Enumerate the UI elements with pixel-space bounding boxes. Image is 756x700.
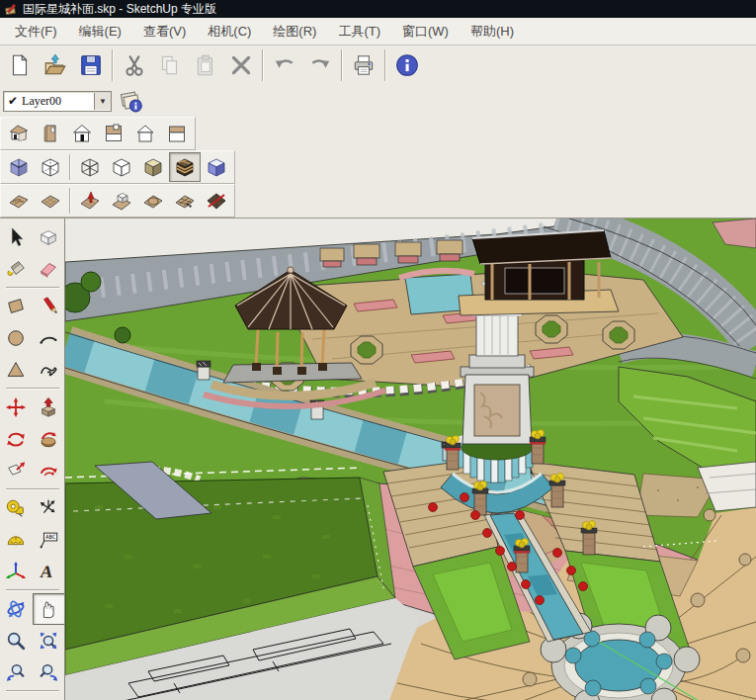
axes-tool[interactable] xyxy=(0,556,33,587)
circle-tool[interactable] xyxy=(0,322,33,354)
hidden-line-button[interactable] xyxy=(106,152,137,182)
redo-button[interactable] xyxy=(302,47,338,83)
layer-visible-check-icon: ✔ xyxy=(4,94,22,108)
from-scratch-button[interactable] xyxy=(35,186,66,216)
cut-button[interactable] xyxy=(117,47,152,83)
sandbox-toolbar xyxy=(0,184,235,218)
push-pull-tool[interactable] xyxy=(33,392,65,423)
pan-tool[interactable] xyxy=(33,593,65,625)
eraser-tool[interactable] xyxy=(33,253,65,285)
paste-button[interactable] xyxy=(188,47,223,83)
drape-button[interactable] xyxy=(137,186,169,216)
current-layer-value: Layer00 xyxy=(22,94,94,109)
toolbar-dock: ✔ Layer00 ▼ xyxy=(0,45,756,219)
iso-view-button[interactable] xyxy=(3,119,35,148)
orbit-tool[interactable] xyxy=(0,593,33,625)
from-contours-button[interactable] xyxy=(3,186,35,216)
position-camera-tool[interactable] xyxy=(0,694,33,700)
open-button[interactable] xyxy=(38,47,73,83)
dimension-tool[interactable] xyxy=(33,492,65,524)
window-title: 国际星城补面.skp - SketchUp 专业版 xyxy=(23,1,216,18)
sketchup-window: 国际星城补面.skp - SketchUp 专业版 文件(F) 编辑(E) 查看… xyxy=(0,0,756,700)
stamp-button[interactable] xyxy=(106,186,137,216)
tool-palette: ABC A xyxy=(0,219,65,700)
text-tool[interactable]: ABC xyxy=(33,524,65,556)
model-info-button[interactable] xyxy=(389,47,425,83)
move-tool[interactable] xyxy=(0,392,33,423)
model-viewport[interactable] xyxy=(65,219,756,700)
new-button[interactable] xyxy=(2,47,38,83)
arc-tool[interactable] xyxy=(33,322,65,354)
title-bar: 国际星城补面.skp - SketchUp 专业版 xyxy=(0,0,756,18)
menu-view[interactable]: 查看(V) xyxy=(132,20,197,44)
right-view-button[interactable] xyxy=(35,119,66,148)
menu-bar: 文件(F) 编辑(E) 查看(V) 相机(C) 绘图(R) 工具(T) 窗口(W… xyxy=(0,18,756,45)
text-tool-label: ABC xyxy=(45,533,56,540)
wireframe-button[interactable] xyxy=(74,152,106,182)
menu-window[interactable]: 窗口(W) xyxy=(391,20,460,44)
menu-edit[interactable]: 编辑(E) xyxy=(68,20,132,44)
views-toolbar xyxy=(0,117,196,150)
sandbox-toolbar-row xyxy=(0,184,756,218)
3d-text-tool[interactable]: A xyxy=(33,556,65,587)
back-view-button[interactable] xyxy=(161,119,193,148)
zoom-tool[interactable] xyxy=(0,625,33,656)
views-toolbar-row xyxy=(0,117,756,150)
select-tool[interactable] xyxy=(0,221,33,253)
menu-help[interactable]: 帮助(H) xyxy=(460,20,525,44)
undo-button[interactable] xyxy=(267,47,302,83)
monochrome-button[interactable] xyxy=(201,152,232,182)
print-button[interactable] xyxy=(346,47,381,83)
layer-dropdown-arrow-icon[interactable]: ▼ xyxy=(94,93,111,110)
shaded-button[interactable] xyxy=(137,152,169,182)
erase-button[interactable] xyxy=(223,47,259,83)
menu-tools[interactable]: 工具(T) xyxy=(327,20,391,44)
look-around-tool[interactable] xyxy=(33,694,65,700)
layer-manager-button[interactable] xyxy=(116,86,147,116)
freehand-tool[interactable] xyxy=(33,354,65,386)
viewport-canvas[interactable] xyxy=(65,219,756,700)
save-button[interactable] xyxy=(73,47,109,83)
face-style-toolbar xyxy=(0,150,235,184)
smoove-button[interactable] xyxy=(74,186,106,216)
layer-combobox[interactable]: ✔ Layer00 ▼ xyxy=(3,91,112,112)
rectangle-tool[interactable] xyxy=(0,291,33,322)
tape-measure-tool[interactable] xyxy=(0,492,33,524)
follow-me-tool[interactable] xyxy=(33,423,65,455)
app-icon xyxy=(4,2,18,16)
polygon-tool[interactable] xyxy=(0,354,33,386)
paint-bucket-tool[interactable] xyxy=(0,253,33,285)
front-view-button[interactable] xyxy=(66,119,98,148)
line-tool[interactable] xyxy=(33,291,65,322)
shaded-with-textures-button[interactable] xyxy=(169,152,201,182)
menu-camera[interactable]: 相机(C) xyxy=(197,20,262,44)
rotate-tool[interactable] xyxy=(0,423,33,455)
zoom-window-tool[interactable] xyxy=(33,625,65,656)
back-edges-button[interactable] xyxy=(35,152,66,182)
left-view-button[interactable] xyxy=(129,119,161,148)
offset-tool[interactable] xyxy=(33,455,65,486)
3d-text-label: A xyxy=(40,562,55,581)
layer-toolbar: ✔ Layer00 ▼ xyxy=(0,85,756,117)
menu-draw[interactable]: 绘图(R) xyxy=(262,20,327,44)
copy-button[interactable] xyxy=(152,47,188,83)
make-component-tool[interactable] xyxy=(33,221,65,253)
scale-tool[interactable] xyxy=(0,455,33,486)
zoom-previous-tool[interactable] xyxy=(0,656,33,688)
standard-toolbar xyxy=(0,45,756,85)
menu-file[interactable]: 文件(F) xyxy=(4,20,68,44)
face-style-toolbar-row xyxy=(0,150,756,184)
x-ray-button[interactable] xyxy=(3,152,35,182)
protractor-tool[interactable] xyxy=(0,524,33,556)
flip-edge-button[interactable] xyxy=(201,186,232,216)
zoom-next-tool[interactable] xyxy=(33,656,65,688)
add-detail-button[interactable] xyxy=(169,186,201,216)
top-view-button[interactable] xyxy=(98,119,129,148)
